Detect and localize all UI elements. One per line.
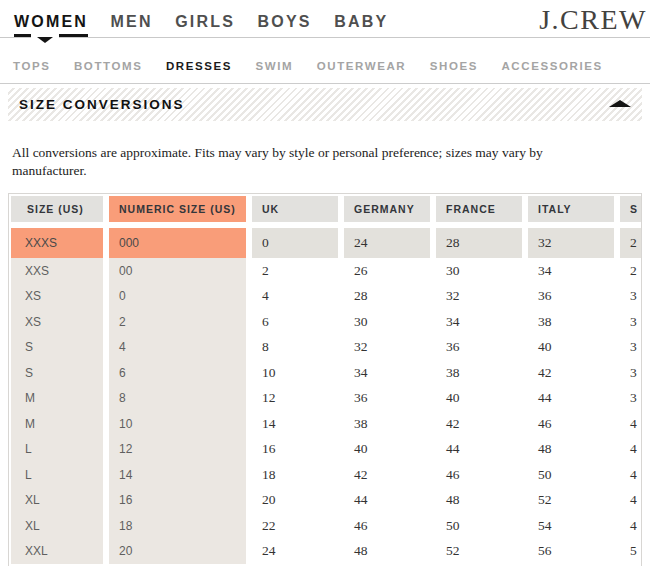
- table-cell: 32: [344, 335, 430, 361]
- table-cell: 2: [620, 258, 642, 284]
- table-cell: 3: [620, 284, 642, 310]
- table-cell: 46: [344, 513, 430, 539]
- table-cell: 36: [436, 335, 522, 361]
- table-cell: 44: [528, 386, 614, 412]
- table-cell: 44: [344, 488, 430, 514]
- table-cell: 5: [620, 539, 642, 565]
- table-row[interactable]: XL16204448524: [11, 488, 641, 514]
- nav-item-men[interactable]: MEN: [111, 13, 153, 31]
- table-cell: 14: [109, 462, 246, 488]
- table-cell: 52: [528, 488, 614, 514]
- column-header-numeric-size-us: NUMERIC SIZE (US): [109, 196, 246, 222]
- subnav-item-swim[interactable]: SWIM: [256, 60, 294, 72]
- table-cell: 34: [436, 309, 522, 335]
- table-row[interactable]: XXXS00002428322: [11, 228, 641, 258]
- table-row[interactable]: XXL20244852565: [11, 539, 641, 565]
- table-cell: XXS: [11, 258, 103, 284]
- table-cell: 50: [436, 513, 522, 539]
- table-row[interactable]: L14184246504: [11, 462, 641, 488]
- size-conversions-header[interactable]: SIZE CONVERSIONS: [8, 88, 642, 121]
- table-cell: 48: [344, 539, 430, 565]
- table-cell: XL: [11, 513, 103, 539]
- table-cell: 32: [528, 228, 614, 258]
- table-cell: 52: [436, 539, 522, 565]
- disclaimer-text: All conversions are approximate. Fits ma…: [12, 144, 618, 180]
- table-row[interactable]: S483236403: [11, 335, 641, 361]
- table-cell: 3: [620, 386, 642, 412]
- table-cell: 36: [528, 284, 614, 310]
- table-cell: 6: [252, 309, 338, 335]
- table-row[interactable]: XS042832363: [11, 284, 641, 310]
- table-cell: 6: [109, 360, 246, 386]
- table-cell: L: [11, 437, 103, 463]
- table-cell: 28: [344, 284, 430, 310]
- table-row[interactable]: XS263034383: [11, 309, 641, 335]
- column-header-size-us: SIZE (US): [11, 196, 103, 222]
- table-cell: L: [11, 462, 103, 488]
- table-cell: 4: [620, 488, 642, 514]
- subnav-item-accessories[interactable]: ACCESSORIES: [501, 60, 602, 72]
- table-cell: 20: [252, 488, 338, 514]
- table-cell: 0: [109, 284, 246, 310]
- subnav-item-outerwear[interactable]: OUTERWEAR: [317, 60, 407, 72]
- table-row[interactable]: XL18224650544: [11, 513, 641, 539]
- table-cell: XL: [11, 488, 103, 514]
- table-cell: 16: [252, 437, 338, 463]
- table-cell: 14: [252, 411, 338, 437]
- table-cell: XS: [11, 284, 103, 310]
- brand-logo[interactable]: J.CREW: [539, 4, 647, 36]
- table-cell: 46: [436, 462, 522, 488]
- table-row[interactable]: M8123640443: [11, 386, 641, 412]
- collapse-arrow-icon[interactable]: [609, 100, 631, 107]
- table-cell: 40: [528, 335, 614, 361]
- subnav-item-dresses[interactable]: DRESSES: [166, 60, 232, 72]
- nav-item-baby[interactable]: BABY: [334, 13, 388, 31]
- table-cell: 28: [436, 228, 522, 258]
- active-tab-marker: [31, 34, 59, 46]
- table-cell: 2: [109, 309, 246, 335]
- column-header-truncated: S: [620, 196, 642, 222]
- table-cell: 42: [436, 411, 522, 437]
- table-cell: 16: [109, 488, 246, 514]
- table-cell: 40: [436, 386, 522, 412]
- table-cell: 4: [620, 462, 642, 488]
- chevron-down-icon: [37, 37, 53, 43]
- table-cell: 38: [344, 411, 430, 437]
- table-cell: M: [11, 411, 103, 437]
- table-cell: 40: [344, 437, 430, 463]
- nav-item-boys[interactable]: BOYS: [258, 13, 312, 31]
- table-cell: 20: [109, 539, 246, 565]
- column-header-france: FRANCE: [436, 196, 522, 222]
- table-row[interactable]: L12164044484: [11, 437, 641, 463]
- table-cell: 38: [436, 360, 522, 386]
- table-cell: 00: [109, 258, 246, 284]
- table-cell: 8: [252, 335, 338, 361]
- table-cell: 2: [252, 258, 338, 284]
- table-cell: 42: [528, 360, 614, 386]
- table-cell: 18: [252, 462, 338, 488]
- table-body: XXXS00002428322XXS0022630342XS042832363X…: [11, 228, 641, 564]
- table-cell: 2: [620, 228, 642, 258]
- table-cell: 30: [436, 258, 522, 284]
- table-cell: 24: [344, 228, 430, 258]
- table-cell: 4: [109, 335, 246, 361]
- size-conversion-table: SIZE (US) NUMERIC SIZE (US) UK GERMANY F…: [8, 193, 642, 566]
- subnav-item-bottoms[interactable]: BOTTOMS: [74, 60, 143, 72]
- column-header-italy: ITALY: [528, 196, 614, 222]
- table-cell: 34: [528, 258, 614, 284]
- table-row[interactable]: M10143842464: [11, 411, 641, 437]
- nav-item-girls[interactable]: GIRLS: [175, 13, 235, 31]
- secondary-nav: TOPS BOTTOMS DRESSES SWIM OUTERWEAR SHOE…: [0, 38, 650, 84]
- table-cell: 56: [528, 539, 614, 565]
- table-cell: 46: [528, 411, 614, 437]
- subnav-item-tops[interactable]: TOPS: [13, 60, 51, 72]
- table-cell: 3: [620, 360, 642, 386]
- subnav-item-shoes[interactable]: SHOES: [430, 60, 478, 72]
- table-cell: 18: [109, 513, 246, 539]
- table-row[interactable]: XXS0022630342: [11, 258, 641, 284]
- table-row[interactable]: S6103438423: [11, 360, 641, 386]
- table-cell: 8: [109, 386, 246, 412]
- table-cell: 4: [620, 411, 642, 437]
- table-cell: 34: [344, 360, 430, 386]
- table-cell: 32: [436, 284, 522, 310]
